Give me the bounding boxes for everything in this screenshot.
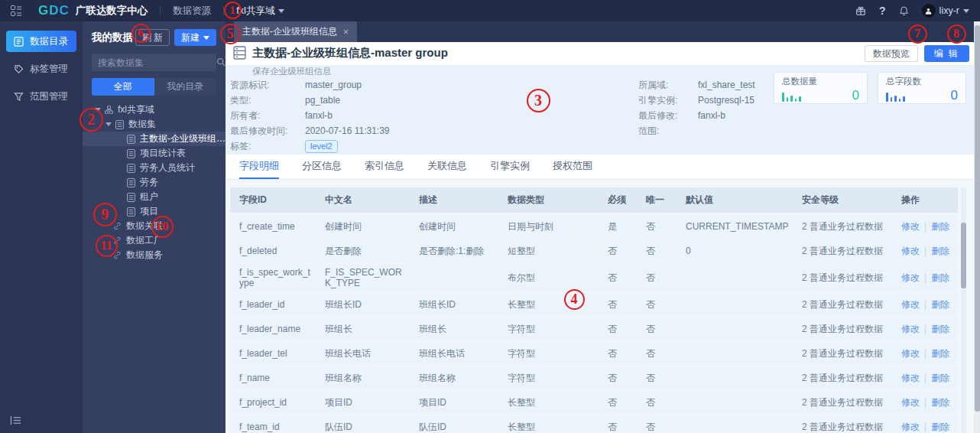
tab-item[interactable]: 关联信息 <box>427 155 467 179</box>
modify-link[interactable]: 修改 <box>901 324 920 334</box>
funnel-icon <box>14 92 24 102</box>
table-cell: 字符型 <box>498 320 599 339</box>
modify-link[interactable]: 修改 <box>901 221 920 232</box>
search-input[interactable] <box>98 57 216 68</box>
table-cell: F_IS_SPEC_WORK_TYPE <box>316 264 410 291</box>
edit-button[interactable]: 编 辑 <box>924 45 969 62</box>
table-cell: 否 <box>599 269 637 288</box>
gift-icon[interactable] <box>855 5 866 16</box>
apps-grid-icon[interactable] <box>11 5 21 16</box>
modify-link[interactable]: 修改 <box>901 397 920 408</box>
collapse-sidebar-icon[interactable] <box>10 415 21 425</box>
column-header: 描述 <box>410 190 498 210</box>
tree-item-dataset[interactable]: 租户 <box>92 190 216 204</box>
table-scrollbar-thumb[interactable] <box>961 223 966 288</box>
link-divider: | <box>924 324 926 334</box>
table-cell: f_name <box>230 370 316 386</box>
nav-data-resource[interactable]: 数据资源 <box>173 5 211 18</box>
tree-item-dataset[interactable]: 项目统计表 <box>92 146 216 161</box>
tree-item-dataset[interactable]: 劳务人员统计 <box>92 161 216 175</box>
annotation-circle-3: 3 <box>527 89 550 112</box>
sidebar-item-tag-management[interactable]: 标签管理 <box>6 58 76 80</box>
delete-link[interactable]: 删除 <box>931 373 949 383</box>
user-menu[interactable]: lixy-r <box>922 4 969 18</box>
create-button-label: 新建 <box>181 31 200 44</box>
delete-link[interactable]: 删除 <box>931 246 949 256</box>
create-button[interactable]: 新建 <box>174 29 216 46</box>
tree-item-label: fxl共享域 <box>118 103 154 116</box>
table-cell: 布尔型 <box>498 269 599 288</box>
page-scrollbar[interactable] <box>974 21 980 433</box>
tab-active[interactable]: 字段明细 <box>239 155 279 179</box>
table-row: f_project_id项目ID项目ID长整型否否2 普通业务过程数据修改|删除 <box>230 391 958 414</box>
modify-link[interactable]: 修改 <box>901 373 920 383</box>
metadata-value: fanxl-b <box>305 110 333 121</box>
metadata-label: 范围: <box>638 125 689 138</box>
filter-all-tab[interactable]: 全部 <box>92 78 154 96</box>
sidebar-item-label: 数据目录 <box>30 35 68 48</box>
delete-link[interactable]: 删除 <box>931 348 949 359</box>
tree-item-domain-root[interactable]: fxl共享域 <box>92 103 216 117</box>
modify-link[interactable]: 修改 <box>901 348 920 359</box>
catalog-icon <box>14 37 24 47</box>
sidebar-item-data-catalog[interactable]: 数据目录 <box>6 31 76 52</box>
delete-link[interactable]: 删除 <box>931 299 949 310</box>
tree-item-dataset[interactable]: 主数据-企业级班组信息 <box>83 132 226 146</box>
mini-bar-chart-icon <box>886 92 905 102</box>
username-label: lixy-r <box>939 5 959 16</box>
table-scrollbar[interactable] <box>961 187 966 433</box>
modify-link[interactable]: 修改 <box>901 299 920 310</box>
tab-item[interactable]: 授权范围 <box>553 155 592 179</box>
tree-item-dataset-group[interactable]: 数据集 <box>92 117 216 132</box>
delete-link[interactable]: 删除 <box>931 221 949 232</box>
table-cell-actions: 修改|删除 <box>892 418 958 433</box>
dataset-icon <box>127 193 135 202</box>
table-cell <box>677 350 793 356</box>
delete-link[interactable]: 删除 <box>931 422 949 432</box>
caret-down-icon <box>203 36 209 40</box>
tree-item-dataset[interactable]: 劳务 <box>92 175 216 190</box>
table-cell: f_project_id <box>230 394 316 411</box>
dataset-search[interactable] <box>92 54 216 71</box>
delete-link[interactable]: 删除 <box>931 272 949 283</box>
table-cell: 是 <box>599 217 637 236</box>
tab-item[interactable]: 引擎实例 <box>490 155 530 179</box>
sidebar-item-scope-management[interactable]: 范围管理 <box>6 86 76 107</box>
mini-bar-chart-icon <box>782 92 801 102</box>
domain-selector[interactable]: fxl共享域 <box>236 5 284 18</box>
table-cell: 班组长 <box>316 320 410 339</box>
table-cell: 否 <box>637 320 677 339</box>
table-cell-actions: 修改|删除 <box>892 269 958 288</box>
modify-link[interactable]: 修改 <box>901 246 920 256</box>
help-icon[interactable]: ? <box>879 5 886 17</box>
table-cell: 否 <box>637 242 677 261</box>
table-cell: 短整型 <box>498 242 599 261</box>
bell-icon[interactable] <box>899 5 909 16</box>
annotation-circle-4: 4 <box>564 289 585 310</box>
data-preview-button[interactable]: 数据预览 <box>865 45 918 62</box>
tree-item-label: 租户 <box>140 190 158 203</box>
page-scrollbar-thumb[interactable] <box>975 25 980 412</box>
table-cell: 班组长ID <box>316 295 410 314</box>
caret-down-icon <box>278 9 284 13</box>
link-divider: | <box>924 373 926 383</box>
document-tab[interactable]: 主数据-企业级班组信息 × <box>234 21 357 42</box>
table-cell-actions: 修改|删除 <box>892 295 958 314</box>
delete-link[interactable]: 删除 <box>931 324 949 334</box>
modify-link[interactable]: 修改 <box>901 422 920 432</box>
metadata-label: 所有者: <box>230 109 296 122</box>
search-icon[interactable] <box>216 56 226 70</box>
tab-item[interactable]: 索引信息 <box>365 155 404 179</box>
table-cell <box>677 301 793 308</box>
tag-chip[interactable]: level2 <box>305 140 338 153</box>
modify-link[interactable]: 修改 <box>901 272 920 283</box>
filter-mine-tab[interactable]: 我的目录 <box>154 78 217 96</box>
tab-item[interactable]: 分区信息 <box>302 155 342 179</box>
detail-tabs: 字段明细分区信息索引信息关联信息引擎实例授权范围 <box>226 155 980 180</box>
close-icon[interactable]: × <box>343 27 349 37</box>
table-cell: 2 普通业务过程数据 <box>793 344 892 363</box>
delete-link[interactable]: 删除 <box>931 397 949 408</box>
dataset-icon <box>127 135 135 144</box>
table-cell: 班组长 <box>410 320 498 339</box>
caret-down-icon[interactable] <box>105 122 112 126</box>
